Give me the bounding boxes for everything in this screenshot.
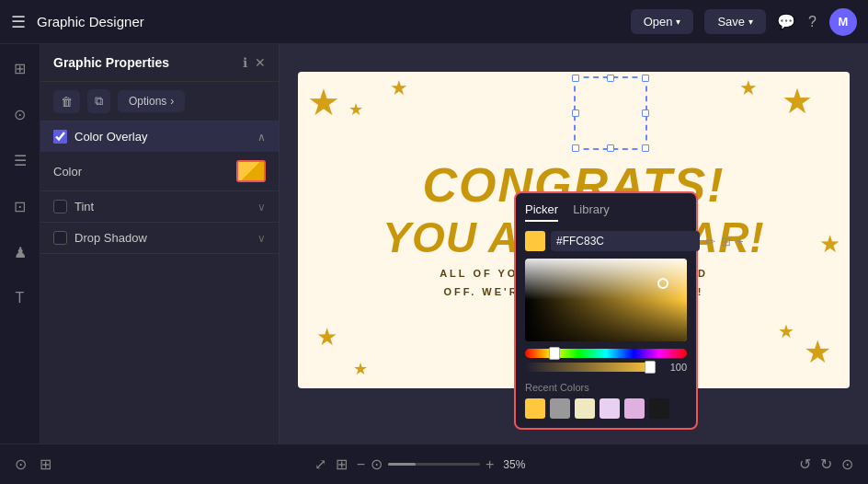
drop-shadow-chevron-icon: ∨ xyxy=(257,232,266,245)
history-icon[interactable]: ⊙ xyxy=(841,455,853,473)
trash-button[interactable]: 🗑 xyxy=(53,90,80,113)
color-overlay-checkbox[interactable] xyxy=(53,130,67,144)
chat-icon[interactable]: 💬 xyxy=(777,13,795,30)
eyedropper-icon[interactable]: ✏ xyxy=(705,235,715,248)
close-icon[interactable]: ✕ xyxy=(255,55,266,70)
bottom-layers-icon[interactable]: ⊙ xyxy=(15,455,27,473)
hex-row: ✏ ⊞ + xyxy=(525,231,687,251)
color-row: Color xyxy=(40,152,279,190)
bottom-center: ⤢ ⊞ − ⊙ + 35% xyxy=(314,455,537,473)
tint-label: Tint xyxy=(74,200,250,213)
bottom-left: ⊙ ⊞ xyxy=(15,455,51,473)
undo-icon[interactable]: ↺ xyxy=(799,455,811,473)
tint-checkbox[interactable] xyxy=(53,200,67,213)
zoom-reset-button[interactable]: ⊙ xyxy=(371,455,383,473)
menu-icon[interactable]: ☰ xyxy=(11,12,26,32)
opacity-thumb[interactable] xyxy=(645,361,656,374)
recent-swatches xyxy=(525,398,687,419)
color-picker-popup: Picker Library ✏ ⊞ + xyxy=(514,191,698,430)
star-decoration: ★ xyxy=(778,320,794,342)
help-icon[interactable]: ? xyxy=(808,14,817,30)
tint-chevron-icon: ∨ xyxy=(257,201,266,213)
selection-handle-mr[interactable] xyxy=(642,109,649,117)
bottom-grid-icon[interactable]: ⊞ xyxy=(40,455,51,473)
color-overlay-header[interactable]: Color Overlay ∧ xyxy=(40,121,279,152)
redo-icon[interactable]: ↻ xyxy=(820,455,832,473)
open-caret-icon: ▾ xyxy=(676,17,680,27)
props-title: Graphic Properties xyxy=(53,55,235,70)
hex-input[interactable] xyxy=(551,231,700,251)
canvas-area[interactable]: ★ ★ ★ ★ ★ ★ ★ ★ ★ ★ CONGRATS! xyxy=(280,44,868,444)
opacity-slider[interactable] xyxy=(525,363,656,372)
app-title: Graphic Designer xyxy=(37,14,620,29)
recent-swatch-2[interactable] xyxy=(550,398,570,419)
topbar: ☰ Graphic Designer Open ▾ Save ▾ 💬 ? M xyxy=(0,0,868,44)
star-decoration: ★ xyxy=(353,359,368,379)
recent-swatch-4[interactable] xyxy=(600,398,620,419)
info-icon[interactable]: ℹ xyxy=(243,55,247,70)
properties-panel: Graphic Properties ℹ ✕ 🗑 ⧉ Options › Col… xyxy=(40,44,280,444)
opacity-value: 100 xyxy=(661,362,687,373)
zoom-out-button[interactable]: − xyxy=(357,456,365,473)
selection-handle-bl[interactable] xyxy=(572,144,579,152)
star-decoration: ★ xyxy=(804,333,831,370)
recent-colors-label: Recent Colors xyxy=(525,382,687,393)
color-overlay-label: Color Overlay xyxy=(74,130,250,144)
save-button[interactable]: Save ▾ xyxy=(704,9,766,34)
tab-library[interactable]: Library xyxy=(573,202,610,222)
picker-tabs: Picker Library xyxy=(525,202,687,222)
star-decoration: ★ xyxy=(819,230,840,259)
drop-shadow-row: Drop Shadow ∨ xyxy=(40,223,279,254)
recent-swatch-1[interactable] xyxy=(525,398,545,419)
options-chevron-icon: › xyxy=(170,95,174,108)
props-header: Graphic Properties ℹ ✕ xyxy=(40,44,279,82)
selection-handle-tl[interactable] xyxy=(572,75,579,82)
zoom-fill xyxy=(388,463,416,466)
sidebar-item-shapes[interactable]: ⊡ xyxy=(6,191,35,221)
selection-handle-tm[interactable] xyxy=(607,75,614,82)
hue-slider-row xyxy=(525,349,687,358)
drop-shadow-checkbox[interactable] xyxy=(53,231,67,245)
sidebar-item-text[interactable]: T xyxy=(6,283,35,313)
selection-box xyxy=(574,76,647,150)
sidebar-item-list[interactable]: ☰ xyxy=(6,145,35,175)
open-button[interactable]: Open ▾ xyxy=(631,9,694,34)
avatar[interactable]: M xyxy=(829,8,857,36)
grid-icon[interactable]: ⊞ xyxy=(721,235,731,248)
sidebar-item-elements[interactable]: ♟ xyxy=(6,237,35,267)
star-decoration: ★ xyxy=(739,76,758,100)
props-actions: 🗑 ⧉ Options › xyxy=(40,82,279,121)
bottom-right: ↺ ↻ ⊙ xyxy=(799,455,853,473)
zoom-controls: − ⊙ + xyxy=(357,455,495,473)
drop-shadow-label: Drop Shadow xyxy=(74,231,250,245)
color-swatch[interactable] xyxy=(236,160,266,182)
fit-icon[interactable]: ⤢ xyxy=(314,455,326,473)
star-decoration: ★ xyxy=(307,81,340,123)
recent-swatch-6[interactable] xyxy=(649,398,669,419)
color-label: Color xyxy=(53,165,229,179)
star-decoration: ★ xyxy=(782,81,813,121)
options-button[interactable]: Options › xyxy=(118,90,185,112)
hue-thumb[interactable] xyxy=(549,347,560,360)
selection-handle-bm[interactable] xyxy=(607,144,614,152)
tab-picker[interactable]: Picker xyxy=(525,202,558,222)
main-area: ⊞ ⊙ ☰ ⊡ ♟ T Graphic Properties ℹ ✕ 🗑 ⧉ O… xyxy=(0,44,868,444)
hue-slider[interactable] xyxy=(525,349,687,358)
zoom-in-button[interactable]: + xyxy=(485,456,494,473)
sidebar-item-layers[interactable]: ⊙ xyxy=(6,99,35,129)
gradient-cursor[interactable] xyxy=(657,278,668,289)
resize-icon[interactable]: ⊞ xyxy=(336,455,348,473)
hex-swatch[interactable] xyxy=(525,231,545,251)
add-color-icon[interactable]: + xyxy=(737,235,744,248)
zoom-track[interactable] xyxy=(388,463,480,466)
sidebar-item-grid[interactable]: ⊞ xyxy=(6,53,35,83)
zoom-level: 35% xyxy=(503,458,536,471)
selection-handle-tr[interactable] xyxy=(642,75,649,82)
selection-handle-ml[interactable] xyxy=(572,109,579,117)
star-decoration: ★ xyxy=(348,99,363,120)
recent-swatch-5[interactable] xyxy=(624,398,645,419)
copy-button[interactable]: ⧉ xyxy=(87,89,110,113)
selection-handle-br[interactable] xyxy=(642,144,649,152)
recent-swatch-3[interactable] xyxy=(575,398,595,419)
color-gradient-picker[interactable] xyxy=(525,259,687,341)
